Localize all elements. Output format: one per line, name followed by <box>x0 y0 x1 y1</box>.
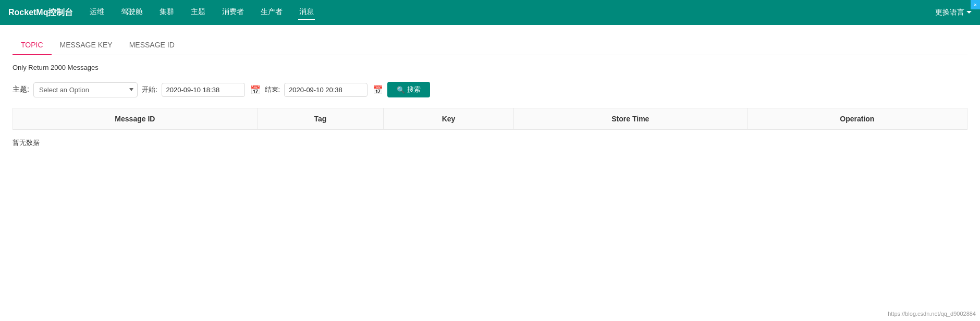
navbar-brand: RocketMq控制台 <box>8 7 73 18</box>
end-calendar-icon[interactable]: 📅 <box>373 85 383 95</box>
tab-message-id[interactable]: MESSAGE ID <box>121 35 183 55</box>
navbar-item-xiaoxi[interactable]: 消息 <box>298 5 315 20</box>
close-icon: × <box>974 2 977 8</box>
data-table: Message ID Tag Key Store Time Operation <box>13 108 967 130</box>
navbar-item-jiqun[interactable]: 集群 <box>158 5 175 20</box>
navbar-item-xiaofeizhe[interactable]: 消费者 <box>221 5 245 20</box>
chevron-down-icon <box>966 11 972 16</box>
empty-data-text: 暂无数据 <box>13 130 967 156</box>
table-header: Message ID Tag Key Store Time Operation <box>13 108 967 130</box>
notice-text: Only Return 2000 Messages <box>13 64 967 71</box>
navbar-lang[interactable]: 更换语言 <box>935 8 972 17</box>
col-key: Key <box>383 108 513 130</box>
start-calendar-icon[interactable]: 📅 <box>250 85 261 95</box>
footer-link: https://blog.csdn.net/qq_d9002884 <box>888 311 976 317</box>
topic-select-wrapper: Select an Option <box>33 82 138 97</box>
navbar-item-jiashicang[interactable]: 驾驶舱 <box>120 5 144 20</box>
search-icon: 🔍 <box>397 86 405 94</box>
start-label: 开始: <box>142 85 157 94</box>
col-tag: Tag <box>257 108 383 130</box>
corner-close-button[interactable]: × <box>971 0 980 9</box>
col-operation: Operation <box>747 108 967 130</box>
start-date-input[interactable] <box>162 83 245 97</box>
navbar-items: 运维 驾驶舱 集群 主题 消费者 生产者 消息 <box>89 5 935 20</box>
col-message-id: Message ID <box>13 108 258 130</box>
end-label: 结束: <box>265 85 280 94</box>
navbar-item-shengchanzhe[interactable]: 生产者 <box>260 5 284 20</box>
main-content: TOPIC MESSAGE KEY MESSAGE ID Only Return… <box>0 25 980 166</box>
search-btn-label: 搜索 <box>407 85 421 94</box>
navbar-item-yunwei[interactable]: 运维 <box>89 5 105 20</box>
search-button[interactable]: 🔍 搜索 <box>387 82 430 97</box>
topic-label: 主题: <box>13 85 29 94</box>
navbar: RocketMq控制台 运维 驾驶舱 集群 主题 消费者 生产者 消息 更换语言 <box>0 0 980 25</box>
tabs: TOPIC MESSAGE KEY MESSAGE ID <box>13 35 967 55</box>
tab-message-key[interactable]: MESSAGE KEY <box>52 35 121 55</box>
tab-topic[interactable]: TOPIC <box>13 35 52 55</box>
search-row: 主题: Select an Option 开始: 📅 结束: 📅 🔍 搜索 <box>13 82 967 97</box>
topic-select[interactable]: Select an Option <box>33 82 138 97</box>
navbar-lang-label: 更换语言 <box>935 8 964 17</box>
table-header-row: Message ID Tag Key Store Time Operation <box>13 108 967 130</box>
col-store-time: Store Time <box>513 108 747 130</box>
navbar-item-zhuti[interactable]: 主题 <box>190 5 206 20</box>
end-date-input[interactable] <box>284 83 368 97</box>
